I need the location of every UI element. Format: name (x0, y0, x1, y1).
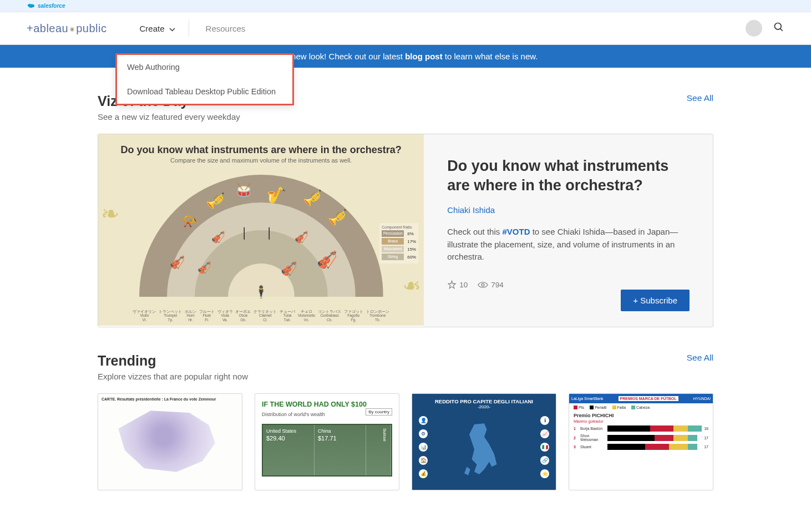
conductor-icon: 🕴 (254, 285, 268, 300)
salesforce-label: salesforce (38, 3, 65, 9)
trending-subheading: Explore vizzes that are popular right no… (98, 372, 713, 381)
italy-map-icon (459, 419, 509, 480)
votd-author-link[interactable]: Chiaki Ishida (447, 205, 690, 215)
votd-card: ❧ ❧ Do you know what instruments are whe… (98, 134, 713, 327)
dropdown-web-authoring[interactable]: Web Authoring (117, 55, 292, 79)
trending-grid: CARTE. Résultats présidentielle : La Fra… (98, 393, 713, 490)
star-icon (447, 280, 457, 290)
search-icon[interactable] (773, 22, 784, 35)
nav-resources[interactable]: Resources (189, 21, 254, 37)
subscribe-button[interactable]: + Subscribe (621, 290, 690, 311)
trending-card-laliga[interactable]: LaLiga SmartBank PREMIOS MARCA DE FÚTBOL… (569, 393, 713, 490)
svg-point-0 (775, 23, 782, 30)
nav-create[interactable]: Create (132, 21, 183, 37)
trending-card-italy-income[interactable]: REDDITO PRO CAPITE DEGLI ITALIANI -2020-… (412, 393, 556, 490)
votd-title: Do you know what instruments are where i… (447, 156, 690, 195)
dollar-bill-graphic: United States$29.40 China$17.71 Suisse (262, 424, 392, 477)
user-avatar[interactable] (746, 20, 762, 37)
logo-plus-icon (69, 27, 75, 32)
svg-line-1 (780, 29, 783, 31)
tableau-public-logo[interactable]: +ableau public (27, 22, 107, 35)
votd-stats: 10 794 (447, 280, 690, 290)
salesforce-cloud-icon (27, 3, 36, 9)
dropdown-download-desktop[interactable]: Download Tableau Desktop Public Edition (117, 79, 292, 104)
trending-see-all-link[interactable]: See All (687, 353, 713, 363)
banner-blog-link[interactable]: blog post (405, 52, 443, 61)
votd-subheading: See a new viz featured every weekday (98, 112, 713, 121)
eye-icon (478, 281, 488, 288)
orchestra-diagram: 🎺 🥁 🎷 🎺 📯 🎺 🎻 │ │ 🎻 🎻 🎻 🎻 🎻 🕴 (139, 175, 383, 291)
trending-section-header: Trending See All (98, 353, 713, 369)
leaf-decoration-icon: ❧ (402, 273, 421, 298)
top-navigation: +ableau public Create Resources Web Auth… (0, 12, 811, 45)
france-map-icon (105, 407, 235, 479)
trending-heading: Trending (98, 353, 156, 369)
chevron-down-icon (169, 24, 175, 33)
views-stat: 794 (478, 281, 504, 289)
votd-thumbnail[interactable]: ❧ ❧ Do you know what instruments are whe… (98, 134, 424, 326)
leaf-decoration-icon: ❧ (101, 201, 120, 226)
create-dropdown: Web Authoring Download Tableau Desktop P… (115, 53, 294, 105)
favorites-stat[interactable]: 10 (447, 280, 468, 290)
votd-info-panel: Do you know what instruments are where i… (424, 134, 713, 327)
legend-box: Component Ratio Percussion8% Brass17% Wo… (379, 223, 418, 264)
trending-card-world-wealth[interactable]: IF THE WORLD HAD ONLY $100 Distribution … (255, 393, 399, 490)
votd-description: Check out this #VOTD to see Chiaki Ishid… (447, 226, 690, 264)
svg-point-2 (481, 283, 484, 286)
votd-hashtag-link[interactable]: #VOTD (502, 227, 530, 236)
salesforce-brand-bar: salesforce (0, 0, 811, 12)
instrument-labels: ヴァイオリンViolinVl.トランペットTrumpetTp.ホルンHornHr… (98, 310, 424, 322)
trending-card-france[interactable]: CARTE. Résultats présidentielle : La Fra… (98, 393, 242, 490)
votd-see-all-link[interactable]: See All (687, 93, 713, 103)
